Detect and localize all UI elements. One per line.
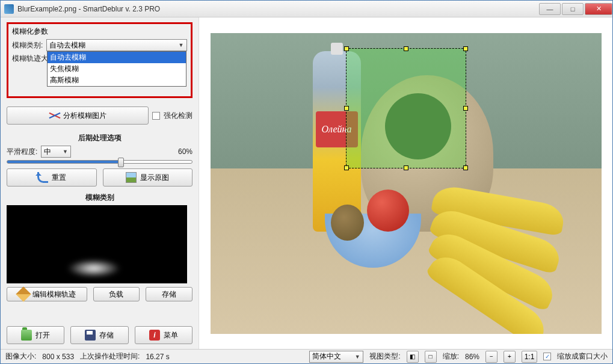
- pencil-icon: [16, 286, 31, 301]
- image-canvas[interactable]: Олейна: [211, 33, 602, 334]
- image-size-label: 图像大小:: [5, 351, 36, 362]
- save-kernel-label: 存储: [162, 289, 176, 300]
- enhance-detect-label: 强化检测: [164, 111, 193, 121]
- resize-handle-ml[interactable]: [344, 106, 349, 111]
- save-button[interactable]: 存储: [70, 326, 128, 344]
- blur-params-highlight: 模糊化参数 模糊类别: 自动去模糊 ▼ 自动去模糊 失焦模糊 高斯模糊 模糊轨: [7, 22, 193, 98]
- kernel-title: 模糊类别: [7, 193, 193, 203]
- last-op-time: 16.27 s: [146, 353, 169, 361]
- blur-type-option-defocus[interactable]: 失焦模糊: [48, 63, 186, 75]
- enhance-detect-checkbox[interactable]: [152, 112, 160, 120]
- blur-type-combo[interactable]: 自动去模糊 ▼ 自动去模糊 失焦模糊 高斯模糊: [46, 39, 187, 51]
- image-preview-area[interactable]: Олейна: [199, 17, 612, 349]
- fit-window-label: 缩放成窗口大小: [557, 351, 608, 362]
- edit-kernel-label: 编辑模糊轨迹: [32, 289, 76, 300]
- language-value: 简体中文: [312, 351, 341, 362]
- view-single-button[interactable]: □: [425, 351, 437, 363]
- resize-handle-bl[interactable]: [344, 165, 349, 170]
- menu-button[interactable]: i 菜单: [135, 326, 193, 344]
- reset-button[interactable]: 重置: [7, 168, 97, 187]
- resize-handle-bm[interactable]: [404, 165, 408, 170]
- slider-thumb[interactable]: [118, 158, 124, 167]
- resize-handle-br[interactable]: [463, 165, 468, 170]
- apple: [367, 190, 409, 232]
- smooth-label: 平滑程度:: [7, 147, 37, 157]
- show-original-button[interactable]: 显示原图: [103, 168, 193, 187]
- last-op-label: 上次操作处理时间:: [80, 351, 140, 362]
- app-window: BlurExample2.png - SmartDeblur v. 2.3 PR…: [0, 0, 613, 364]
- resize-handle-tm[interactable]: [404, 46, 408, 51]
- language-combo[interactable]: 简体中文 ▼: [309, 351, 363, 363]
- window-title: BlurExample2.png - SmartDeblur v. 2.3 PR…: [17, 5, 538, 13]
- zoom-actual-button[interactable]: 1:1: [522, 351, 537, 363]
- blur-type-option-auto[interactable]: 自动去模糊: [48, 52, 186, 63]
- image-size-value: 800 x 533: [42, 353, 74, 361]
- smooth-slider[interactable]: [7, 160, 193, 164]
- save-label: 存储: [99, 330, 114, 341]
- status-bar: 图像大小: 800 x 533 上次操作处理时间: 16.27 s 简体中文 ▼…: [1, 349, 612, 363]
- kernel-preview: [7, 205, 187, 283]
- load-label: 负载: [109, 289, 123, 300]
- chevron-down-icon: ▼: [61, 147, 69, 156]
- view-split-button[interactable]: ◧: [407, 351, 419, 363]
- info-icon: i: [149, 330, 160, 341]
- resize-handle-mr[interactable]: [463, 106, 468, 111]
- reset-button-label: 重置: [52, 173, 66, 183]
- blur-type-dropdown[interactable]: 自动去模糊 失焦模糊 高斯模糊: [47, 51, 186, 87]
- smooth-level-combo[interactable]: 中 ▼: [41, 146, 71, 158]
- save-icon: [85, 330, 96, 341]
- menu-label: 菜单: [164, 330, 178, 341]
- open-label: 打开: [35, 330, 50, 341]
- zoom-in-button[interactable]: +: [504, 351, 516, 363]
- bananas: [433, 171, 596, 292]
- kiwi: [331, 205, 364, 241]
- minimize-button[interactable]: —: [539, 3, 561, 15]
- blur-type-selected: 自动去模糊: [49, 40, 85, 51]
- zoom-value: 86%: [465, 353, 479, 361]
- undo-icon: [37, 172, 48, 183]
- close-button[interactable]: ✕: [585, 3, 612, 15]
- smooth-level-value: 中: [44, 147, 51, 157]
- chevron-down-icon: ▼: [177, 41, 185, 49]
- folder-open-icon: [21, 330, 32, 341]
- load-kernel-button[interactable]: 负载: [93, 287, 140, 301]
- resize-handle-tl[interactable]: [344, 46, 349, 51]
- left-panel: 模糊化参数 模糊类别: 自动去模糊 ▼ 自动去模糊 失焦模糊 高斯模糊 模糊轨: [1, 17, 199, 349]
- zoom-label: 缩放:: [443, 351, 459, 362]
- resize-handle-tr[interactable]: [463, 46, 468, 51]
- zoom-out-button[interactable]: −: [485, 351, 497, 363]
- blur-params-title: 模糊化参数: [12, 26, 187, 37]
- edit-kernel-button[interactable]: 编辑模糊轨迹: [7, 287, 87, 301]
- selection-rectangle[interactable]: [346, 48, 466, 168]
- fit-window-checkbox[interactable]: ✓: [543, 353, 551, 360]
- titlebar[interactable]: BlurExample2.png - SmartDeblur v. 2.3 PR…: [1, 1, 612, 17]
- open-button[interactable]: 打开: [7, 326, 64, 344]
- analyze-button[interactable]: 分析模糊图片: [7, 106, 149, 125]
- smooth-percent: 60%: [178, 147, 193, 156]
- app-icon: [4, 4, 14, 14]
- view-type-label: 视图类型:: [369, 351, 400, 362]
- analyze-button-label: 分析模糊图片: [63, 111, 106, 121]
- chevron-down-icon: ▼: [353, 353, 362, 361]
- blur-type-option-gaussian[interactable]: 高斯模糊: [48, 75, 186, 86]
- post-process-title: 后期处理选项: [7, 133, 193, 143]
- analyze-icon: [49, 110, 60, 121]
- save-kernel-button[interactable]: 存储: [146, 287, 193, 301]
- image-icon: [126, 172, 137, 183]
- show-original-label: 显示原图: [140, 173, 169, 183]
- maximize-button[interactable]: □: [562, 3, 584, 15]
- blur-type-label: 模糊类别:: [12, 40, 43, 51]
